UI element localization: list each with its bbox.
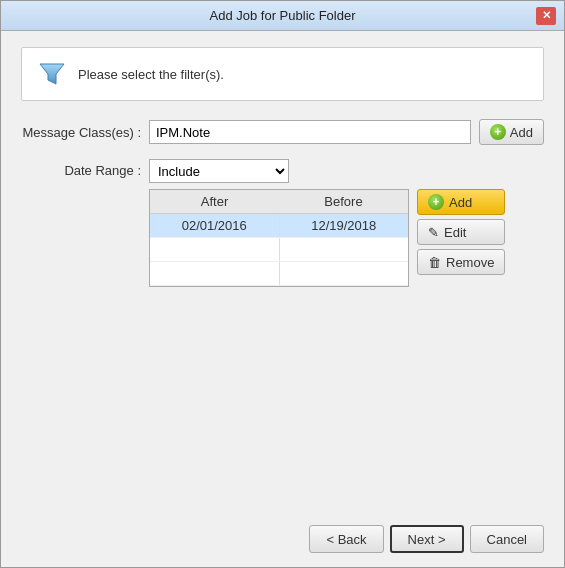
table-row[interactable] [150, 262, 408, 286]
titlebar: Add Job for Public Folder ✕ [1, 1, 564, 31]
close-button[interactable]: ✕ [536, 7, 556, 25]
cell-after [150, 238, 279, 262]
table-row[interactable] [150, 238, 408, 262]
side-buttons: + Add ✎ Edit 🗑 Remove [417, 189, 505, 275]
date-range-row: Date Range : Include After Before [21, 159, 544, 287]
cell-before [279, 262, 408, 286]
cell-before [279, 238, 408, 262]
cell-after [150, 262, 279, 286]
date-range-section: After Before 02/01/201612/19/2018 + [149, 189, 544, 287]
cell-after: 02/01/2016 [150, 214, 279, 238]
cancel-button[interactable]: Cancel [470, 525, 544, 553]
svg-marker-0 [40, 64, 64, 84]
edit-date-label: Edit [444, 225, 466, 240]
remove-date-label: Remove [446, 255, 494, 270]
add-date-label: Add [449, 195, 472, 210]
back-button[interactable]: < Back [309, 525, 383, 553]
date-range-label: Date Range : [21, 159, 141, 178]
next-button[interactable]: Next > [390, 525, 464, 553]
edit-icon: ✎ [428, 225, 439, 240]
add-date-icon: + [428, 194, 444, 210]
message-class-label: Message Class(es) : [21, 125, 141, 140]
main-window: Add Job for Public Folder ✕ Please selec… [0, 0, 565, 568]
col-before: Before [279, 190, 408, 214]
remove-icon: 🗑 [428, 255, 441, 270]
table-row[interactable]: 02/01/201612/19/2018 [150, 214, 408, 238]
form-area: Message Class(es) : + Add Date Range : I… [21, 115, 544, 291]
footer: < Back Next > Cancel [1, 515, 564, 567]
date-controls: Include After Before [149, 159, 544, 287]
content-area: Please select the filter(s). Message Cla… [1, 31, 564, 515]
date-table-container: After Before 02/01/201612/19/2018 [149, 189, 409, 287]
edit-date-button[interactable]: ✎ Edit [417, 219, 505, 245]
filter-icon [36, 58, 68, 90]
add-message-class-label: Add [510, 125, 533, 140]
table-header-row: After Before [150, 190, 408, 214]
info-text: Please select the filter(s). [78, 67, 224, 82]
info-bar: Please select the filter(s). [21, 47, 544, 101]
add-icon: + [490, 124, 506, 140]
col-after: After [150, 190, 279, 214]
remove-date-button[interactable]: 🗑 Remove [417, 249, 505, 275]
cell-before: 12/19/2018 [279, 214, 408, 238]
add-date-button[interactable]: + Add [417, 189, 505, 215]
add-message-class-button[interactable]: + Add [479, 119, 544, 145]
window-title: Add Job for Public Folder [29, 8, 536, 23]
date-range-dropdown[interactable]: Include [149, 159, 289, 183]
date-table: After Before 02/01/201612/19/2018 [150, 190, 408, 286]
message-class-input[interactable] [149, 120, 471, 144]
message-class-row: Message Class(es) : + Add [21, 119, 544, 145]
